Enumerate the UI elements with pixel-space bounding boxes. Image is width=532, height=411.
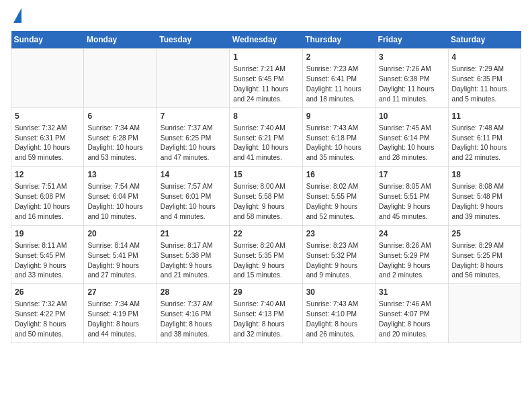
- calendar-cell: 20Sunrise: 8:14 AM Sunset: 5:41 PM Dayli…: [84, 225, 157, 284]
- calendar-cell: 18Sunrise: 8:08 AM Sunset: 5:48 PM Dayli…: [448, 167, 521, 226]
- calendar-table: SundayMondayTuesdayWednesdayThursdayFrid…: [11, 31, 521, 343]
- day-content: Sunrise: 7:26 AM Sunset: 6:38 PM Dayligh…: [379, 64, 444, 104]
- calendar-cell: 7Sunrise: 7:37 AM Sunset: 6:25 PM Daylig…: [157, 107, 229, 167]
- calendar-cell: 1Sunrise: 7:21 AM Sunset: 6:45 PM Daylig…: [230, 49, 302, 108]
- day-content: Sunrise: 8:02 AM Sunset: 5:55 PM Dayligh…: [306, 182, 371, 222]
- weekday-header: Monday: [84, 31, 157, 49]
- day-content: Sunrise: 7:32 AM Sunset: 6:31 PM Dayligh…: [15, 124, 80, 163]
- calendar-cell: 10Sunrise: 7:45 AM Sunset: 6:14 PM Dayli…: [375, 107, 448, 167]
- day-content: Sunrise: 7:40 AM Sunset: 4:13 PM Dayligh…: [233, 300, 298, 339]
- calendar-week-row: 5Sunrise: 7:32 AM Sunset: 6:31 PM Daylig…: [11, 107, 521, 167]
- weekday-header: Friday: [375, 31, 448, 49]
- calendar-cell: 5Sunrise: 7:32 AM Sunset: 6:31 PM Daylig…: [11, 107, 84, 167]
- calendar-cell: 12Sunrise: 7:51 AM Sunset: 6:08 PM Dayli…: [11, 167, 84, 226]
- calendar-cell: 8Sunrise: 7:40 AM Sunset: 6:21 PM Daylig…: [230, 107, 302, 167]
- day-number: 17: [379, 169, 444, 181]
- calendar-week-row: 19Sunrise: 8:11 AM Sunset: 5:45 PM Dayli…: [11, 225, 521, 284]
- weekday-header: Tuesday: [157, 31, 229, 49]
- day-number: 15: [233, 169, 298, 181]
- day-content: Sunrise: 7:57 AM Sunset: 6:01 PM Dayligh…: [161, 182, 226, 222]
- day-content: Sunrise: 7:29 AM Sunset: 6:35 PM Dayligh…: [452, 64, 517, 104]
- weekday-header: Wednesday: [230, 31, 302, 49]
- day-content: Sunrise: 7:48 AM Sunset: 6:11 PM Dayligh…: [452, 124, 517, 163]
- calendar-cell: 23Sunrise: 8:23 AM Sunset: 5:32 PM Dayli…: [302, 225, 375, 284]
- day-number: 24: [379, 228, 444, 240]
- calendar-cell: 9Sunrise: 7:43 AM Sunset: 6:18 PM Daylig…: [302, 107, 375, 167]
- day-number: 14: [161, 169, 226, 181]
- day-content: Sunrise: 8:26 AM Sunset: 5:29 PM Dayligh…: [379, 241, 444, 281]
- day-number: 6: [87, 111, 152, 122]
- day-number: 4: [452, 52, 517, 63]
- calendar-cell: 6Sunrise: 7:34 AM Sunset: 6:28 PM Daylig…: [84, 107, 157, 167]
- day-content: Sunrise: 8:11 AM Sunset: 5:45 PM Dayligh…: [15, 241, 80, 281]
- calendar-cell: [84, 49, 157, 108]
- day-content: Sunrise: 7:43 AM Sunset: 4:10 PM Dayligh…: [306, 300, 371, 339]
- day-number: 10: [379, 111, 444, 122]
- calendar-cell: 2Sunrise: 7:23 AM Sunset: 6:41 PM Daylig…: [302, 49, 375, 108]
- calendar-cell: 22Sunrise: 8:20 AM Sunset: 5:35 PM Dayli…: [230, 225, 302, 284]
- day-content: Sunrise: 7:46 AM Sunset: 4:07 PM Dayligh…: [379, 300, 444, 339]
- day-number: 16: [306, 169, 371, 181]
- day-number: 29: [233, 287, 298, 298]
- calendar-cell: 17Sunrise: 8:05 AM Sunset: 5:51 PM Dayli…: [375, 167, 448, 226]
- day-content: Sunrise: 7:37 AM Sunset: 6:25 PM Dayligh…: [161, 124, 226, 163]
- day-content: Sunrise: 7:32 AM Sunset: 4:22 PM Dayligh…: [15, 300, 80, 339]
- day-number: 27: [87, 287, 152, 298]
- day-number: 1: [233, 52, 298, 63]
- day-number: 7: [161, 111, 226, 122]
- calendar-cell: 11Sunrise: 7:48 AM Sunset: 6:11 PM Dayli…: [448, 107, 521, 167]
- day-content: Sunrise: 7:40 AM Sunset: 6:21 PM Dayligh…: [233, 124, 298, 163]
- day-content: Sunrise: 8:20 AM Sunset: 5:35 PM Dayligh…: [233, 241, 298, 281]
- day-content: Sunrise: 8:08 AM Sunset: 5:48 PM Dayligh…: [452, 182, 517, 222]
- day-number: 21: [161, 228, 226, 240]
- calendar-cell: [11, 49, 84, 108]
- day-content: Sunrise: 7:23 AM Sunset: 6:41 PM Dayligh…: [306, 64, 371, 104]
- calendar-cell: 19Sunrise: 8:11 AM Sunset: 5:45 PM Dayli…: [11, 225, 84, 284]
- day-content: Sunrise: 7:34 AM Sunset: 6:28 PM Dayligh…: [87, 124, 152, 163]
- day-content: Sunrise: 7:54 AM Sunset: 6:04 PM Dayligh…: [87, 182, 152, 222]
- logo-triangle-icon: [13, 8, 21, 23]
- day-content: Sunrise: 8:14 AM Sunset: 5:41 PM Dayligh…: [87, 241, 152, 281]
- calendar-cell: 30Sunrise: 7:43 AM Sunset: 4:10 PM Dayli…: [302, 284, 375, 343]
- day-content: Sunrise: 7:34 AM Sunset: 4:19 PM Dayligh…: [87, 300, 152, 339]
- day-content: Sunrise: 8:29 AM Sunset: 5:25 PM Dayligh…: [452, 241, 517, 281]
- calendar-cell: 21Sunrise: 8:17 AM Sunset: 5:38 PM Dayli…: [157, 225, 229, 284]
- calendar-cell: 26Sunrise: 7:32 AM Sunset: 4:22 PM Dayli…: [11, 284, 84, 343]
- day-number: 19: [15, 228, 80, 240]
- day-number: 8: [233, 111, 298, 122]
- calendar-week-row: 26Sunrise: 7:32 AM Sunset: 4:22 PM Dayli…: [11, 284, 521, 343]
- day-content: Sunrise: 8:17 AM Sunset: 5:38 PM Dayligh…: [161, 241, 226, 281]
- day-number: 13: [87, 169, 152, 181]
- day-content: Sunrise: 7:45 AM Sunset: 6:14 PM Dayligh…: [379, 124, 444, 163]
- day-number: 26: [15, 287, 80, 298]
- calendar-cell: 31Sunrise: 7:46 AM Sunset: 4:07 PM Dayli…: [375, 284, 448, 343]
- calendar-week-row: 1Sunrise: 7:21 AM Sunset: 6:45 PM Daylig…: [11, 49, 521, 108]
- day-content: Sunrise: 8:23 AM Sunset: 5:32 PM Dayligh…: [306, 241, 371, 281]
- day-number: 18: [452, 169, 517, 181]
- calendar-cell: 14Sunrise: 7:57 AM Sunset: 6:01 PM Dayli…: [157, 167, 229, 226]
- day-number: 22: [233, 228, 298, 240]
- weekday-header: Sunday: [11, 31, 84, 49]
- calendar-week-row: 12Sunrise: 7:51 AM Sunset: 6:08 PM Dayli…: [11, 167, 521, 226]
- day-number: 25: [452, 228, 517, 240]
- calendar-cell: 13Sunrise: 7:54 AM Sunset: 6:04 PM Dayli…: [84, 167, 157, 226]
- weekday-header: Saturday: [448, 31, 521, 49]
- calendar-cell: 16Sunrise: 8:02 AM Sunset: 5:55 PM Dayli…: [302, 167, 375, 226]
- calendar-cell: 27Sunrise: 7:34 AM Sunset: 4:19 PM Dayli…: [84, 284, 157, 343]
- day-number: 9: [306, 111, 371, 122]
- day-number: 31: [379, 287, 444, 298]
- page-header: [11, 11, 521, 23]
- calendar-cell: 29Sunrise: 7:40 AM Sunset: 4:13 PM Dayli…: [230, 284, 302, 343]
- day-content: Sunrise: 8:00 AM Sunset: 5:58 PM Dayligh…: [233, 182, 298, 222]
- calendar-cell: [448, 284, 521, 343]
- calendar-header: SundayMondayTuesdayWednesdayThursdayFrid…: [11, 31, 521, 49]
- day-number: 2: [306, 52, 371, 63]
- calendar-cell: 3Sunrise: 7:26 AM Sunset: 6:38 PM Daylig…: [375, 49, 448, 108]
- day-number: 28: [161, 287, 226, 298]
- day-number: 12: [15, 169, 80, 181]
- day-number: 30: [306, 287, 371, 298]
- day-number: 5: [15, 111, 80, 122]
- day-number: 23: [306, 228, 371, 240]
- day-number: 20: [87, 228, 152, 240]
- calendar-cell: 15Sunrise: 8:00 AM Sunset: 5:58 PM Dayli…: [230, 167, 302, 226]
